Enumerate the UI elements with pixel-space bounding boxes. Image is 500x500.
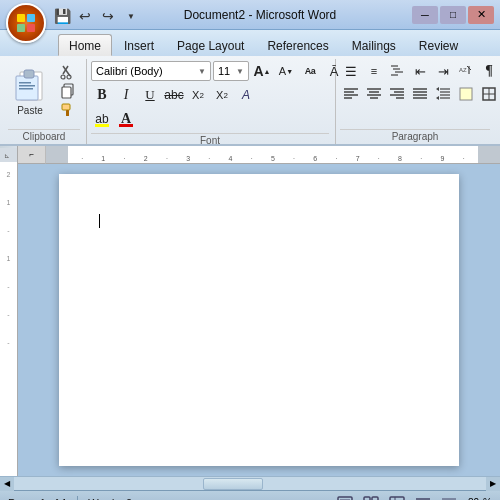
document-content[interactable] [99, 214, 419, 231]
document-page[interactable] [59, 174, 459, 466]
vertical-ruler-white: 2 1 - 1 - - - [0, 162, 17, 476]
redo-button[interactable]: ↪ [98, 7, 118, 25]
format-painter-button[interactable] [56, 101, 80, 119]
horizontal-scrollbar[interactable]: ◀ ▶ [0, 476, 500, 490]
ruler-track: · 1 · 2 · 3 · 4 · 5 · 6 · 7 · [46, 146, 500, 164]
copy-button[interactable] [56, 82, 80, 100]
v-ruler-mark: - [7, 336, 9, 350]
svg-rect-11 [62, 87, 71, 98]
text-effects-button[interactable]: A [235, 85, 257, 105]
numbering-button[interactable]: ≡ [363, 61, 385, 81]
font-formatting-row: B I U abc X2 X2 A [91, 85, 345, 105]
undo-button[interactable]: ↩ [75, 7, 95, 25]
svg-rect-12 [62, 104, 70, 110]
svg-rect-5 [19, 88, 33, 90]
ribbon-tabs: Home Insert Page Layout References Maili… [0, 30, 500, 56]
v-ruler-mark: - [7, 280, 9, 294]
multilevel-list-button[interactable] [386, 61, 408, 81]
align-left-button[interactable] [340, 84, 362, 104]
page-status: Page: 1 of 1 [8, 497, 67, 501]
superscript-button[interactable]: X2 [211, 85, 233, 105]
close-button[interactable]: ✕ [468, 6, 494, 24]
svg-marker-42 [436, 96, 439, 100]
font-color-button[interactable]: A [115, 109, 137, 129]
word-count: Words: 0 [88, 497, 132, 501]
font-size-selector[interactable]: 11 ▼ [213, 61, 249, 81]
text-cursor [99, 214, 100, 228]
font-group: Calibri (Body) ▼ 11 ▼ A▲ A▼ Aa Ā B I U a… [87, 59, 336, 144]
strikethrough-button[interactable]: abc [163, 85, 185, 105]
font-size-dropdown-icon: ▼ [236, 67, 244, 76]
bullets-button[interactable]: ☰ [340, 61, 362, 81]
ruler-margin-left [46, 146, 68, 163]
quick-access-dropdown[interactable]: ▼ [121, 7, 141, 25]
tab-home[interactable]: Home [58, 34, 112, 56]
svg-rect-2 [24, 70, 34, 78]
minimize-button[interactable]: ─ [412, 6, 438, 24]
font-selector-row: Calibri (Body) ▼ 11 ▼ A▲ A▼ Aa Ā [91, 61, 345, 81]
ruler-tab-selector[interactable]: ⌐ [18, 146, 46, 164]
grow-font-button[interactable]: A▲ [251, 61, 273, 81]
scroll-left-button[interactable]: ◀ [0, 477, 14, 491]
scroll-track[interactable] [14, 477, 486, 490]
text-highlight-button[interactable]: ab [91, 109, 113, 129]
full-screen-button[interactable] [360, 494, 382, 501]
paragraph-label: Paragraph [340, 129, 490, 142]
tab-insert[interactable]: Insert [113, 34, 165, 56]
list-buttons-row: ☰ ≡ ⇤ ⇥ AZ [340, 61, 500, 81]
font-name-dropdown-icon: ▼ [198, 67, 206, 76]
shrink-font-button[interactable]: A▼ [275, 61, 297, 81]
tab-review[interactable]: Review [408, 34, 469, 56]
align-right-button[interactable] [386, 84, 408, 104]
tab-page-layout[interactable]: Page Layout [166, 34, 255, 56]
alignment-row [340, 84, 500, 104]
tab-references[interactable]: References [256, 34, 339, 56]
save-button[interactable]: 💾 [52, 7, 72, 25]
svg-rect-52 [372, 497, 378, 501]
sort-button[interactable]: AZ [455, 61, 477, 81]
outline-view-button[interactable] [412, 494, 434, 501]
italic-button[interactable]: I [115, 85, 137, 105]
underline-button[interactable]: U [139, 85, 161, 105]
document-area [18, 164, 500, 476]
line-spacing-button[interactable] [432, 84, 454, 104]
svg-rect-53 [390, 497, 404, 501]
draft-view-button[interactable] [438, 494, 460, 501]
v-ruler-mark: 1 [7, 252, 11, 266]
ruler-margin-right [478, 146, 500, 163]
borders-button[interactable] [478, 84, 500, 104]
print-layout-button[interactable] [334, 494, 356, 501]
office-button[interactable] [6, 3, 46, 43]
svg-rect-3 [19, 82, 31, 84]
justify-button[interactable] [409, 84, 431, 104]
shading-button[interactable] [455, 84, 477, 104]
font-name-selector[interactable]: Calibri (Body) ▼ [91, 61, 211, 81]
title-text: Document2 - Microsoft Word [184, 8, 337, 22]
ruler-corner: ⊾ [0, 148, 17, 162]
show-hide-button[interactable]: ¶ [478, 61, 500, 81]
increase-indent-button[interactable]: ⇥ [432, 61, 454, 81]
decrease-indent-button[interactable]: ⇤ [409, 61, 431, 81]
clipboard-label: Clipboard [8, 129, 80, 142]
v-ruler-mark: 1 [7, 196, 11, 210]
scroll-thumb[interactable] [203, 478, 263, 490]
cut-button[interactable] [56, 63, 80, 81]
quick-access-toolbar: 💾 ↩ ↪ ▼ [52, 7, 141, 25]
v-ruler-mark: - [7, 224, 9, 238]
svg-text:AZ: AZ [459, 67, 467, 73]
svg-rect-51 [364, 497, 370, 501]
web-layout-button[interactable] [386, 494, 408, 501]
svg-rect-13 [66, 110, 69, 116]
svg-text:⊾: ⊾ [4, 152, 10, 159]
change-case-button[interactable]: Aa [299, 61, 321, 81]
paste-button[interactable]: Paste [8, 61, 52, 118]
scroll-right-button[interactable]: ▶ [486, 477, 500, 491]
paragraph-group: ☰ ≡ ⇤ ⇥ AZ [336, 59, 496, 144]
align-center-button[interactable] [363, 84, 385, 104]
subscript-button[interactable]: X2 [187, 85, 209, 105]
svg-point-9 [67, 75, 71, 79]
v-ruler-mark: 2 [7, 168, 11, 182]
bold-button[interactable]: B [91, 85, 113, 105]
tab-mailings[interactable]: Mailings [341, 34, 407, 56]
maximize-button[interactable]: □ [440, 6, 466, 24]
